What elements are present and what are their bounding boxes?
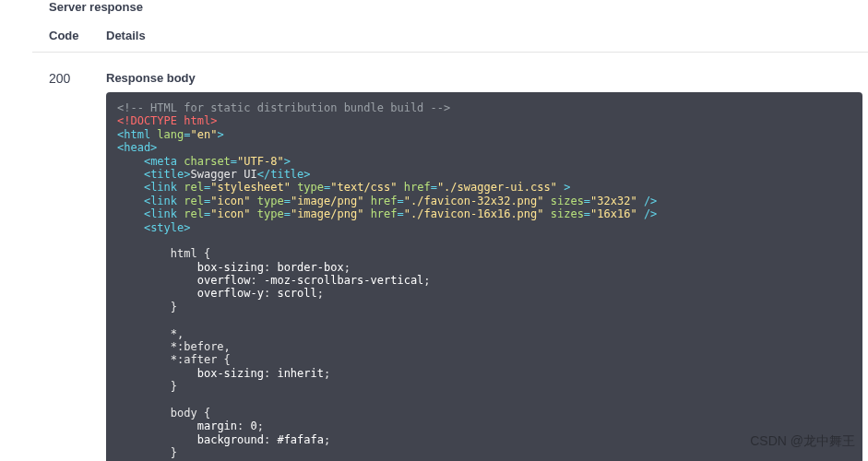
table-row: 200 Response body <!-- HTML for static d… [32, 53, 868, 461]
column-header-code: Code [32, 29, 106, 42]
response-body-code[interactable]: <!-- HTML for static distribution bundle… [106, 92, 862, 461]
table-header-row: Code Details [32, 23, 868, 53]
column-header-details: Details [106, 29, 868, 42]
response-body-label: Response body [106, 71, 862, 85]
response-table: Code Details 200 Response body <!-- HTML… [32, 23, 868, 461]
details-cell: Response body <!-- HTML for static distr… [106, 71, 868, 461]
server-response-section: Server response Code Details 200 Respons… [0, 0, 868, 461]
watermark: CSDN @龙中舞王 [750, 433, 855, 450]
section-title: Server response [32, 0, 868, 23]
status-code: 200 [32, 71, 106, 461]
